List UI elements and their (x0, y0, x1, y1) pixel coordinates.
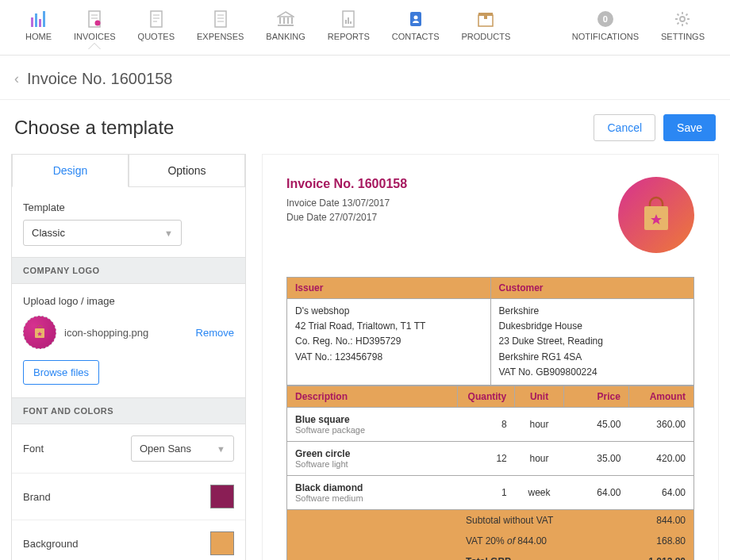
tab-design[interactable]: Design (12, 154, 129, 187)
invoice-lines-table: Description Quantity Unit Price Amount B… (286, 385, 694, 510)
line-item: Black diamondSoftware medium 1 week 64.0… (287, 475, 694, 509)
nav-contacts[interactable]: CONTACTS (381, 6, 451, 49)
sidebar-tabs: Design Options (12, 154, 245, 187)
nav-settings[interactable]: SETTINGS (650, 6, 716, 49)
header-actions: Cancel Save (594, 114, 716, 141)
save-button[interactable]: Save (663, 114, 716, 141)
logo-filename: icon-shopping.png (64, 327, 188, 339)
back-chevron-icon[interactable]: ‹ (14, 71, 19, 87)
svg-rect-24 (348, 17, 349, 24)
svg-rect-2 (39, 19, 41, 27)
svg-rect-0 (31, 17, 33, 27)
nav-label: SETTINGS (661, 32, 705, 41)
top-nav: HOME INVOICES QUOTES EXPENSES BANKING (0, 0, 730, 56)
svg-point-7 (95, 21, 101, 26)
cancel-button[interactable]: Cancel (594, 114, 655, 141)
svg-rect-21 (278, 25, 294, 26)
nav-label: INVOICES (74, 32, 116, 41)
col-unit: Unit (515, 385, 564, 407)
font-row: Font Open Sans ▼ (12, 424, 245, 473)
background-label: Background (23, 538, 78, 550)
invoice-parties-table: Issuer Customer D's webshop 42 Trial Roa… (286, 277, 694, 385)
breadcrumb: ‹ Invoice No. 1600158 (0, 56, 730, 100)
template-sidebar: Design Options Template Classic ▼ COMPAN… (11, 154, 246, 560)
breadcrumb-title: Invoice No. 1600158 (27, 70, 172, 88)
vat-value: 168.80 (628, 531, 694, 551)
report-icon (339, 10, 358, 29)
nav-label: REPORTS (328, 32, 370, 41)
nav-label: HOME (25, 32, 52, 41)
receipt-icon (211, 10, 230, 29)
line-item: Blue squareSoftware package 8 hour 45.00… (287, 407, 694, 441)
line-item: Green circleSoftware light 12 hour 35.00… (287, 441, 694, 475)
section-font-colors: FONT AND COLORS (12, 397, 245, 424)
brand-color-swatch[interactable] (210, 485, 234, 508)
invoice-preview: Invoice No. 1600158 Invoice Date 13/07/2… (262, 154, 719, 560)
brand-color-row: Brand (12, 473, 245, 520)
bank-icon (276, 10, 295, 29)
font-value: Open Sans (140, 443, 191, 455)
total-value: 1,012.80 (628, 551, 694, 560)
nav-products[interactable]: PRODUCTS (451, 6, 522, 49)
bar-chart-icon (29, 10, 48, 29)
box-icon (476, 10, 495, 29)
subtotal-label: Subtotal without VAT (458, 510, 628, 531)
nav-label: NOTIFICATIONS (572, 32, 639, 41)
nav-label: PRODUCTS (462, 32, 511, 41)
gear-icon (673, 10, 692, 29)
invoice-title: Invoice No. 1600158 (286, 177, 407, 191)
nav-home[interactable]: HOME (14, 6, 63, 49)
section-company-logo: COMPANY LOGO (12, 257, 245, 284)
nav-notifications[interactable]: 0 NOTIFICATIONS (561, 6, 650, 49)
template-select[interactable]: Classic ▼ (23, 220, 182, 246)
tab-options[interactable]: Options (129, 154, 245, 187)
nav-banking[interactable]: BANKING (255, 6, 317, 49)
svg-rect-25 (350, 21, 352, 24)
notification-count: 0 (597, 11, 613, 27)
total-label: Total GBP (458, 551, 628, 560)
col-amount: Amount (628, 385, 694, 407)
svg-rect-3 (43, 11, 45, 27)
chevron-down-icon: ▼ (164, 228, 173, 238)
font-select[interactable]: Open Sans ▼ (131, 435, 234, 462)
nav-invoices[interactable]: INVOICES (63, 6, 127, 49)
svg-rect-1 (35, 13, 37, 27)
notification-badge-icon: 0 (596, 10, 615, 29)
nav-reports[interactable]: REPORTS (317, 6, 381, 49)
nav-label: QUOTES (138, 32, 175, 41)
svg-rect-12 (215, 11, 226, 27)
nav-right: 0 NOTIFICATIONS SETTINGS (561, 6, 716, 49)
nav-quotes[interactable]: QUOTES (127, 6, 186, 49)
svg-marker-16 (278, 12, 294, 17)
invoice-meta: Invoice No. 1600158 Invoice Date 13/07/2… (286, 177, 407, 224)
invoice-due: Due Date 27/07/2017 (286, 210, 407, 224)
page-header: Choose a template Cancel Save (0, 100, 730, 149)
main: Design Options Template Classic ▼ COMPAN… (0, 149, 730, 560)
svg-point-27 (413, 16, 417, 20)
issuer-header: Issuer (287, 278, 491, 299)
svg-point-31 (680, 17, 685, 21)
svg-rect-23 (345, 20, 347, 24)
logo-row: icon-shopping.png Remove (12, 308, 245, 357)
svg-rect-30 (484, 15, 487, 19)
contacts-icon (406, 10, 425, 29)
nav-label: CONTACTS (392, 32, 440, 41)
company-logo-icon (618, 177, 694, 253)
svg-rect-20 (291, 17, 293, 24)
browse-files-button[interactable]: Browse files (23, 360, 99, 385)
subtotal-value: 844.00 (628, 510, 694, 531)
invoice-date: Invoice Date 13/07/2017 (286, 196, 407, 210)
nav-expenses[interactable]: EXPENSES (186, 6, 255, 49)
font-label: Font (23, 443, 44, 455)
page-title: Choose a template (14, 117, 174, 139)
brand-label: Brand (23, 491, 51, 503)
background-color-row: Background (12, 520, 245, 560)
background-color-swatch[interactable] (210, 531, 234, 555)
logo-thumbnail (23, 316, 56, 349)
template-label: Template (23, 201, 234, 213)
upload-label: Upload logo / image (12, 284, 245, 308)
chevron-down-icon: ▼ (217, 444, 225, 454)
vat-label: VAT 20% of 844.00 (458, 531, 628, 551)
remove-logo-link[interactable]: Remove (196, 327, 234, 339)
invoice-icon (85, 10, 104, 29)
